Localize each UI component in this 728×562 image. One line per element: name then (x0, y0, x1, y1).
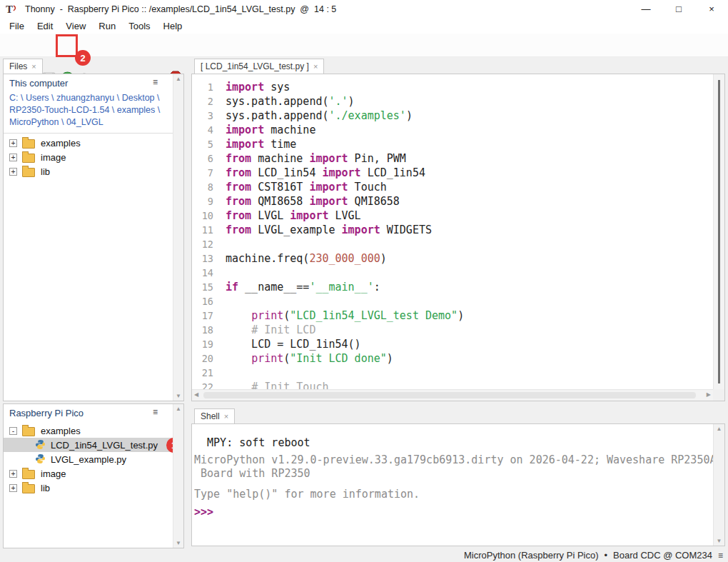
line-number: 16 (192, 294, 213, 308)
menu-tools[interactable]: Tools (122, 19, 156, 33)
tree-item-lib[interactable]: +lib (4, 481, 173, 495)
code-line: 2sys.path.append('.') (192, 94, 713, 109)
expand-icon[interactable]: + (9, 139, 17, 147)
close-button[interactable]: × (695, 4, 728, 14)
statusbar-menu-icon[interactable]: ≡ (718, 551, 723, 561)
current-path: C: \ Users \ zhuangzhanyu \ Desktop \ RP… (4, 91, 173, 134)
code-line: 8from CST816T import Touch (192, 180, 713, 194)
menu-edit[interactable]: Edit (31, 19, 59, 33)
code-text: sys.path.append('.') (213, 95, 355, 108)
scroll-up-icon[interactable]: ▲ (173, 406, 183, 412)
python-file-icon (35, 453, 46, 465)
line-number: 14 (192, 266, 213, 280)
scrollbar-thumb[interactable] (718, 80, 720, 383)
code-text (213, 366, 226, 379)
menu-run[interactable]: Run (92, 19, 122, 33)
line-number: 4 (192, 123, 213, 137)
code-text: # Init LCD (213, 323, 315, 336)
port-status[interactable]: Board CDC @ COM234 (613, 550, 712, 561)
menu-file[interactable]: File (3, 19, 31, 33)
menu-help[interactable]: Help (157, 19, 189, 33)
minimize-button[interactable]: — (630, 4, 662, 14)
code-line: 7from LCD_1in54 import LCD_1in54 (192, 166, 713, 180)
scroll-right-icon[interactable]: ▶ (707, 391, 711, 398)
line-number: 21 (192, 366, 213, 380)
scroll-up-icon[interactable]: ▲ (714, 426, 724, 432)
expand-icon[interactable]: + (9, 154, 17, 161)
tree-item-lib[interactable]: +lib (4, 164, 173, 179)
this-computer-label[interactable]: This computer (9, 78, 68, 89)
tab-editor[interactable]: [ LCD_1in54_LVGL_test.py ] × (194, 59, 324, 74)
line-number: 12 (192, 237, 213, 251)
tree-item-lvgl-example-py[interactable]: +LVGL_example.py (4, 452, 173, 466)
scrollbar-thumb[interactable] (203, 392, 696, 398)
editor-horizontal-scrollbar[interactable]: ◀ ▶ (192, 389, 713, 401)
tab-shell-label: Shell (201, 411, 220, 421)
python-file-icon (35, 439, 46, 451)
line-number: 18 (192, 323, 213, 337)
window-controls: — □ × (630, 0, 728, 18)
tree-item-label: lib (41, 166, 50, 177)
tab-close-icon[interactable]: × (31, 62, 36, 71)
pico-menu-icon[interactable]: ≡ (153, 408, 158, 416)
code-line: 11from LVGL_example import WIDGETS (192, 223, 713, 237)
code-line: 4import machine (192, 123, 713, 137)
expand-icon[interactable]: + (9, 470, 17, 478)
tree-item-examples[interactable]: -examples (4, 423, 173, 438)
tab-files[interactable]: Files × (3, 59, 43, 74)
expand-icon[interactable]: + (9, 168, 17, 176)
shell-scrollbar[interactable]: ▲ ▼ (713, 424, 724, 546)
pico-panel-header: Raspberry Pi Pico ≡ (4, 404, 173, 421)
scroll-up-icon[interactable]: ▲ (173, 76, 183, 82)
code-line: 1import sys (192, 80, 713, 94)
path-line[interactable]: C: \ Users \ zhuangzhanyu \ Desktop \ (9, 92, 156, 104)
code-line: 22 # Init Touch (192, 380, 713, 389)
code-text: machine.freq(230_000_000) (213, 252, 387, 265)
path-line[interactable]: RP2350-Touch-LCD-1.54 \ examples \ (9, 104, 156, 116)
scroll-down-icon[interactable]: ▼ (173, 540, 183, 546)
scroll-down-icon[interactable]: ▼ (714, 538, 724, 544)
pico-label[interactable]: Raspberry Pi Pico (9, 408, 84, 418)
code-text: print("Init LCD done") (213, 352, 393, 365)
code-text: from CST816T import Touch (213, 181, 387, 194)
line-number: 2 (192, 94, 213, 109)
maximize-button[interactable]: □ (662, 4, 695, 14)
tree-item-label: image (41, 152, 66, 163)
pico-tree: -examples+LCD_1in54_LVGL_test.py1+LVGL_e… (4, 421, 173, 495)
code-text: from QMI8658 import QMI8658 (213, 195, 400, 208)
tree-item-lcd-1in54-lvgl-test-py[interactable]: +LCD_1in54_LVGL_test.py1 (4, 438, 173, 452)
pico-scrollbar[interactable]: ▲ ▼ (173, 404, 183, 548)
scroll-left-icon[interactable]: ◀ (194, 391, 198, 398)
code-editor[interactable]: 1import sys2sys.path.append('.')3sys.pat… (192, 74, 713, 389)
interpreter-status[interactable]: MicroPython (Raspberry Pi Pico) (464, 550, 599, 561)
tab-close-icon[interactable]: × (313, 62, 318, 71)
tab-close-icon[interactable]: × (224, 412, 228, 421)
annotation-badge-1: 1 (166, 438, 173, 453)
files-scrollbar[interactable]: ▲ ▼ (173, 74, 183, 401)
tree-item-image[interactable]: +image (4, 150, 173, 164)
expand-icon[interactable]: + (9, 484, 17, 492)
menu-view[interactable]: View (59, 19, 92, 33)
editor-vertical-scrollbar[interactable] (713, 74, 724, 389)
code-text: if __name__=='__main__': (213, 281, 380, 293)
titlebar: T Thonny - Raspberry Pi Pico :: /example… (0, 0, 728, 18)
tree-item-label: LCD_1in54_LVGL_test.py (51, 440, 158, 451)
code-line: 20 print("Init LCD done") (192, 351, 713, 366)
files-menu-icon[interactable]: ≡ (153, 78, 158, 86)
tab-shell[interactable]: Shell × (194, 408, 235, 423)
code-text: import time (213, 138, 296, 151)
folder-icon (22, 139, 35, 149)
collapse-icon[interactable]: - (9, 427, 17, 435)
code-line: 12 (192, 237, 713, 251)
shell-output[interactable]: MPY: soft rebootMicroPython v1.29.0-prev… (194, 424, 713, 546)
scroll-down-icon[interactable]: ▼ (173, 393, 183, 399)
code-line: 19 LCD = LCD_1in54() (192, 337, 713, 351)
status-separator: • (605, 550, 608, 561)
path-line[interactable]: MicroPython \ 04_LVGL (9, 116, 156, 129)
statusbar: MicroPython (Raspberry Pi Pico) • Board … (0, 548, 728, 562)
tree-item-examples[interactable]: +examples (4, 136, 173, 150)
code-text: # Init Touch (213, 381, 329, 389)
line-number: 3 (192, 109, 213, 123)
line-number: 10 (192, 209, 213, 223)
tree-item-image[interactable]: +image (4, 466, 173, 481)
